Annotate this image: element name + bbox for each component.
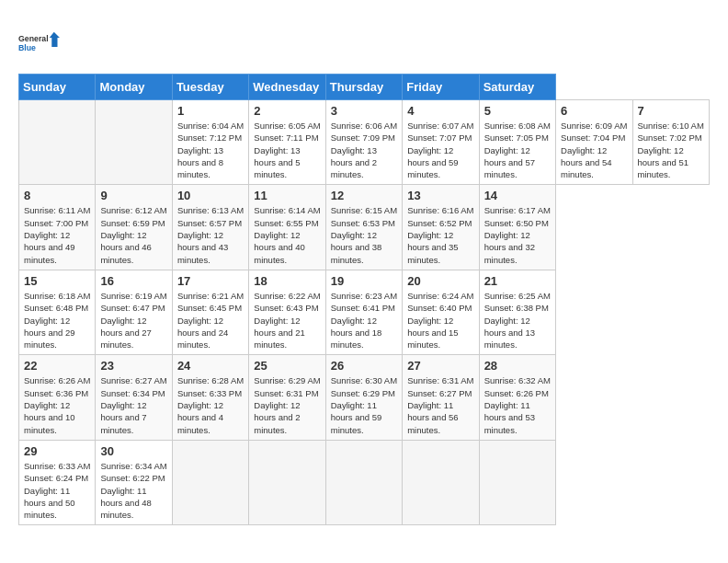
day-number: 15	[24, 274, 90, 288]
day-info: Sunrise: 6:27 AMSunset: 6:34 PMDaylight:…	[100, 374, 166, 435]
day-info: Sunrise: 6:29 AMSunset: 6:31 PMDaylight:…	[254, 374, 320, 435]
day-info: Sunrise: 6:31 AMSunset: 6:27 PMDaylight:…	[407, 374, 473, 435]
day-number: 3	[331, 104, 397, 118]
weekday-header: Saturday	[479, 75, 555, 100]
day-number: 18	[254, 274, 320, 288]
day-number: 29	[24, 444, 90, 458]
day-number: 19	[331, 274, 397, 288]
calendar-day-cell: 24Sunrise: 6:28 AMSunset: 6:33 PMDayligh…	[172, 355, 248, 440]
day-info: Sunrise: 6:14 AMSunset: 6:55 PMDaylight:…	[254, 204, 320, 265]
calendar-day-cell: 30Sunrise: 6:34 AMSunset: 6:22 PMDayligh…	[96, 440, 172, 524]
day-info: Sunrise: 6:21 AMSunset: 6:45 PMDaylight:…	[177, 290, 244, 350]
day-number: 14	[484, 189, 551, 202]
calendar-day-cell: 15Sunrise: 6:18 AMSunset: 6:48 PMDayligh…	[19, 270, 96, 354]
day-info: Sunrise: 6:25 AMSunset: 6:38 PMDaylight:…	[484, 290, 551, 350]
calendar-week-row: 22Sunrise: 6:26 AMSunset: 6:36 PMDayligh…	[19, 355, 710, 440]
calendar-day-cell: 2Sunrise: 6:05 AMSunset: 7:11 PMDaylight…	[249, 100, 325, 185]
calendar-day-cell: 20Sunrise: 6:24 AMSunset: 6:40 PMDayligh…	[403, 270, 479, 354]
calendar-day-cell	[403, 440, 479, 524]
day-number: 30	[100, 444, 166, 458]
calendar-day-cell: 22Sunrise: 6:26 AMSunset: 6:36 PMDayligh…	[19, 355, 96, 440]
day-info: Sunrise: 6:15 AMSunset: 6:53 PMDaylight:…	[331, 204, 397, 265]
logo: General Blue	[18, 23, 64, 64]
day-info: Sunrise: 6:06 AMSunset: 7:09 PMDaylight:…	[331, 120, 397, 180]
calendar-day-cell: 9Sunrise: 6:12 AMSunset: 6:59 PMDaylight…	[96, 185, 172, 270]
day-info: Sunrise: 6:05 AMSunset: 7:11 PMDaylight:…	[254, 120, 320, 180]
day-info: Sunrise: 6:16 AMSunset: 6:52 PMDaylight:…	[407, 204, 473, 265]
day-info: Sunrise: 6:18 AMSunset: 6:48 PMDaylight:…	[24, 290, 90, 350]
day-number: 2	[254, 104, 320, 118]
day-info: Sunrise: 6:12 AMSunset: 6:59 PMDaylight:…	[100, 204, 166, 265]
calendar-table: SundayMondayTuesdayWednesdayThursdayFrid…	[18, 74, 710, 525]
day-number: 20	[407, 274, 473, 288]
calendar-day-cell	[249, 440, 325, 524]
calendar-day-cell	[172, 440, 248, 524]
calendar-day-cell: 29Sunrise: 6:33 AMSunset: 6:24 PMDayligh…	[19, 440, 96, 524]
day-number: 16	[100, 274, 166, 288]
day-number: 7	[638, 104, 705, 118]
day-info: Sunrise: 6:22 AMSunset: 6:43 PMDaylight:…	[254, 290, 320, 350]
weekday-header: Friday	[403, 75, 479, 100]
calendar-day-cell: 21Sunrise: 6:25 AMSunset: 6:38 PMDayligh…	[479, 270, 555, 354]
day-number: 8	[24, 189, 90, 202]
calendar-day-cell: 8Sunrise: 6:11 AMSunset: 7:00 PMDaylight…	[19, 185, 96, 270]
calendar-week-row: 1Sunrise: 6:04 AMSunset: 7:12 PMDaylight…	[19, 100, 710, 185]
svg-text:Blue: Blue	[18, 43, 36, 52]
day-number: 26	[331, 359, 397, 373]
calendar-day-cell: 14Sunrise: 6:17 AMSunset: 6:50 PMDayligh…	[479, 185, 555, 270]
day-info: Sunrise: 6:07 AMSunset: 7:07 PMDaylight:…	[407, 120, 473, 180]
day-info: Sunrise: 6:09 AMSunset: 7:04 PMDaylight:…	[561, 120, 627, 180]
day-number: 12	[331, 189, 397, 202]
day-info: Sunrise: 6:10 AMSunset: 7:02 PMDaylight:…	[638, 120, 705, 180]
svg-text:General: General	[18, 34, 49, 43]
weekday-header: Thursday	[325, 75, 402, 100]
day-number: 9	[100, 189, 166, 202]
calendar-day-cell	[325, 440, 402, 524]
weekday-header-row: SundayMondayTuesdayWednesdayThursdayFrid…	[19, 75, 710, 100]
day-info: Sunrise: 6:13 AMSunset: 6:57 PMDaylight:…	[177, 204, 244, 265]
day-number: 4	[407, 104, 473, 118]
calendar-day-cell: 10Sunrise: 6:13 AMSunset: 6:57 PMDayligh…	[172, 185, 248, 270]
calendar-day-cell: 5Sunrise: 6:08 AMSunset: 7:05 PMDaylight…	[479, 100, 555, 185]
weekday-header: Sunday	[19, 75, 96, 100]
calendar-week-row: 8Sunrise: 6:11 AMSunset: 7:00 PMDaylight…	[19, 185, 710, 270]
day-info: Sunrise: 6:08 AMSunset: 7:05 PMDaylight:…	[484, 120, 551, 180]
calendar-day-cell: 16Sunrise: 6:19 AMSunset: 6:47 PMDayligh…	[96, 270, 172, 354]
day-info: Sunrise: 6:24 AMSunset: 6:40 PMDaylight:…	[407, 290, 473, 350]
day-info: Sunrise: 6:04 AMSunset: 7:12 PMDaylight:…	[177, 120, 244, 180]
day-info: Sunrise: 6:19 AMSunset: 6:47 PMDaylight:…	[100, 290, 166, 350]
calendar-day-cell: 4Sunrise: 6:07 AMSunset: 7:07 PMDaylight…	[403, 100, 479, 185]
day-number: 25	[254, 359, 320, 373]
day-number: 17	[177, 274, 244, 288]
day-number: 6	[561, 104, 627, 118]
calendar-week-row: 29Sunrise: 6:33 AMSunset: 6:24 PMDayligh…	[19, 440, 710, 524]
day-info: Sunrise: 6:23 AMSunset: 6:41 PMDaylight:…	[331, 290, 397, 350]
calendar-day-cell: 26Sunrise: 6:30 AMSunset: 6:29 PMDayligh…	[325, 355, 402, 440]
calendar-day-cell: 7Sunrise: 6:10 AMSunset: 7:02 PMDaylight…	[632, 100, 710, 185]
day-info: Sunrise: 6:26 AMSunset: 6:36 PMDaylight:…	[24, 374, 90, 435]
calendar-day-cell: 18Sunrise: 6:22 AMSunset: 6:43 PMDayligh…	[249, 270, 325, 354]
page-header: General Blue	[18, 18, 710, 64]
calendar-week-row: 15Sunrise: 6:18 AMSunset: 6:48 PMDayligh…	[19, 270, 710, 354]
day-number: 5	[484, 104, 551, 118]
day-number: 23	[100, 359, 166, 373]
day-info: Sunrise: 6:32 AMSunset: 6:26 PMDaylight:…	[484, 374, 551, 435]
day-number: 22	[24, 359, 90, 373]
calendar-day-cell: 27Sunrise: 6:31 AMSunset: 6:27 PMDayligh…	[403, 355, 479, 440]
day-number: 27	[407, 359, 473, 373]
weekday-header: Monday	[96, 75, 172, 100]
calendar-day-cell: 25Sunrise: 6:29 AMSunset: 6:31 PMDayligh…	[249, 355, 325, 440]
day-number: 10	[177, 189, 244, 202]
day-number: 1	[177, 104, 244, 118]
calendar-day-cell: 19Sunrise: 6:23 AMSunset: 6:41 PMDayligh…	[325, 270, 402, 354]
day-info: Sunrise: 6:17 AMSunset: 6:50 PMDaylight:…	[484, 204, 551, 265]
calendar-day-cell: 13Sunrise: 6:16 AMSunset: 6:52 PMDayligh…	[403, 185, 479, 270]
calendar-day-cell	[479, 440, 555, 524]
day-number: 21	[484, 274, 551, 288]
calendar-day-cell: 17Sunrise: 6:21 AMSunset: 6:45 PMDayligh…	[172, 270, 248, 354]
calendar-day-cell: 1Sunrise: 6:04 AMSunset: 7:12 PMDaylight…	[172, 100, 248, 185]
day-info: Sunrise: 6:30 AMSunset: 6:29 PMDaylight:…	[331, 374, 397, 435]
day-number: 28	[484, 359, 551, 373]
logo-svg: General Blue	[18, 23, 64, 64]
calendar-day-cell: 3Sunrise: 6:06 AMSunset: 7:09 PMDaylight…	[325, 100, 402, 185]
